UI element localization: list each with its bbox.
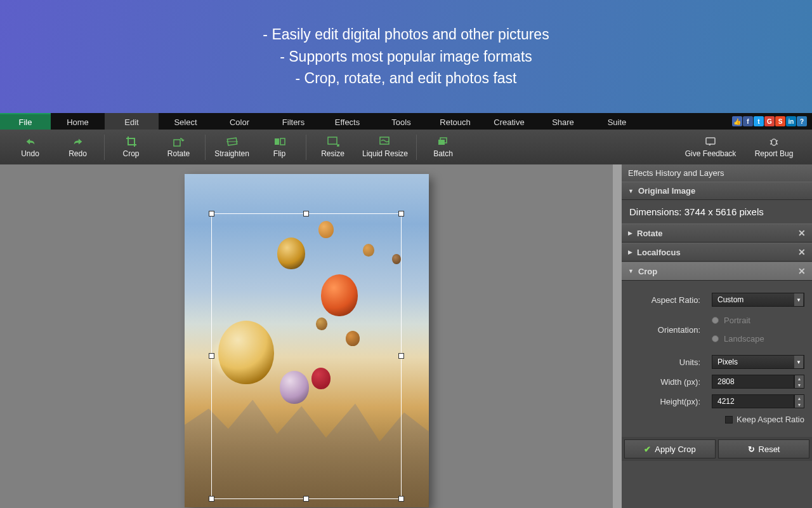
social-icons: 👍 f t G S in ? [732,113,812,130]
like-icon[interactable]: 👍 [732,116,742,126]
menu-file[interactable]: File [0,113,51,130]
crop-label: Crop [122,149,139,158]
menu-select[interactable]: Select [159,113,213,130]
menu-bar: File Home Edit Select Color Filters Effe… [0,113,812,130]
apply-crop-label: Apply Crop [655,444,695,454]
rotate-button[interactable]: Rotate [155,130,202,164]
menu-share[interactable]: Share [536,113,590,130]
spin-up-icon[interactable]: ▲ [795,395,804,401]
image-canvas[interactable] [185,174,429,507]
chevron-down-icon: ▼ [794,293,803,306]
hero-banner: - Easily edit digital photos and other p… [0,0,812,113]
landscape-label: Landscape [724,334,764,344]
orientation-portrait-radio[interactable]: Portrait [712,316,764,325]
redo-button[interactable]: Redo [54,130,102,164]
menu-suite[interactable]: Suite [590,113,644,130]
flip-button[interactable]: Flip [256,130,303,164]
section-original-image[interactable]: ▼ Original Image [622,182,812,200]
section-localfocus-label: Localfocus [637,248,798,257]
section-original-label: Original Image [638,186,806,196]
refresh-icon: ↻ [748,444,755,454]
crop-handle-n[interactable] [303,211,309,217]
batch-label: Batch [433,149,453,158]
crop-handle-sw[interactable] [209,496,214,502]
menu-effects[interactable]: Effects [320,113,374,130]
orientation-landscape-radio[interactable]: Landscape [712,334,764,344]
toolbar-separator [306,135,306,160]
undo-label: Undo [21,149,39,158]
spin-up-icon[interactable]: ▲ [795,375,804,382]
spin-down-icon[interactable]: ▼ [795,401,804,408]
aspect-ratio-value: Custom [717,295,743,304]
orientation-label: Orientation: [629,325,712,335]
liquid-resize-button[interactable]: Liquid Resize [357,130,414,164]
resize-button[interactable]: Resize [309,130,357,164]
close-icon[interactable]: ✕ [798,266,806,276]
close-icon[interactable]: ✕ [798,228,806,238]
height-label: Height(px): [629,397,712,406]
crop-selection[interactable] [211,213,402,499]
svg-rect-9 [706,138,715,144]
menu-edit[interactable]: Edit [105,113,159,130]
reset-button[interactable]: ↻ Reset [718,439,809,458]
linkedin-icon[interactable]: in [786,116,796,126]
toolbar-separator [104,135,105,160]
close-icon[interactable]: ✕ [798,247,806,257]
crop-handle-s[interactable] [303,496,309,502]
units-select[interactable]: Pixels ▼ [712,355,804,369]
keep-aspect-label: Keep Aspect Ratio [737,415,804,424]
canvas-area[interactable] [0,164,613,508]
menu-creative[interactable]: Creative [482,113,536,130]
expand-icon: ▶ [628,230,632,236]
hero-line-3: - Crop, rotate, and edit photos fast [295,67,516,90]
help-icon[interactable]: ? [797,116,807,126]
menu-tools[interactable]: Tools [374,113,428,130]
stumble-icon[interactable]: S [775,116,785,126]
width-label: Width (px): [629,377,712,387]
report-bug-button[interactable]: Report Bug [742,136,806,158]
apply-crop-button[interactable]: ✔ Apply Crop [624,439,716,458]
crop-handle-nw[interactable] [209,211,214,217]
aspect-ratio-select[interactable]: Custom ▼ [712,293,804,307]
facebook-icon[interactable]: f [743,116,753,126]
menu-home[interactable]: Home [51,113,105,130]
hero-line-1: - Easily edit digital photos and other p… [263,23,549,46]
crop-handle-w[interactable] [209,353,214,359]
crop-handle-e[interactable] [398,353,404,359]
redo-label: Redo [69,149,87,158]
width-input[interactable]: 2808 [712,375,794,389]
batch-button[interactable]: Batch [419,130,467,164]
spin-down-icon[interactable]: ▼ [795,382,804,388]
crop-body: Aspect Ratio: Custom ▼ Orientation: Port… [622,281,812,437]
height-spinner[interactable]: 4212 ▲▼ [712,394,804,408]
aspect-ratio-label: Aspect Ratio: [629,295,712,305]
keep-aspect-checkbox[interactable]: Keep Aspect Ratio [629,415,804,424]
menu-color[interactable]: Color [213,113,266,130]
height-input[interactable]: 4212 [712,394,794,408]
menu-filters[interactable]: Filters [266,113,320,130]
straighten-button[interactable]: Straighten [208,130,256,164]
crop-button[interactable]: Crop [107,130,155,164]
give-feedback-button[interactable]: Give Feedback [679,136,742,158]
checkbox-icon [725,416,733,424]
crop-handle-ne[interactable] [398,211,404,217]
crop-icon [125,136,138,147]
section-crop-label: Crop [638,267,798,276]
vertical-scrollbar[interactable] [613,164,622,508]
straighten-icon [226,136,239,147]
width-spinner[interactable]: 2808 ▲▼ [712,375,804,389]
crop-handle-se[interactable] [398,496,404,502]
googleplus-icon[interactable]: G [764,116,775,126]
radio-icon [712,335,719,342]
batch-icon [437,136,450,147]
section-rotate[interactable]: ▶ Rotate ✕ [622,224,812,243]
undo-button[interactable]: Undo [6,130,54,164]
redo-icon [72,136,84,147]
section-crop[interactable]: ▼ Crop ✕ [622,262,812,281]
svg-point-10 [771,139,776,145]
expand-icon: ▶ [628,249,632,255]
section-localfocus[interactable]: ▶ Localfocus ✕ [622,243,812,262]
twitter-icon[interactable]: t [754,116,764,126]
menu-retouch[interactable]: Retouch [428,113,482,130]
resize-icon [327,136,339,147]
